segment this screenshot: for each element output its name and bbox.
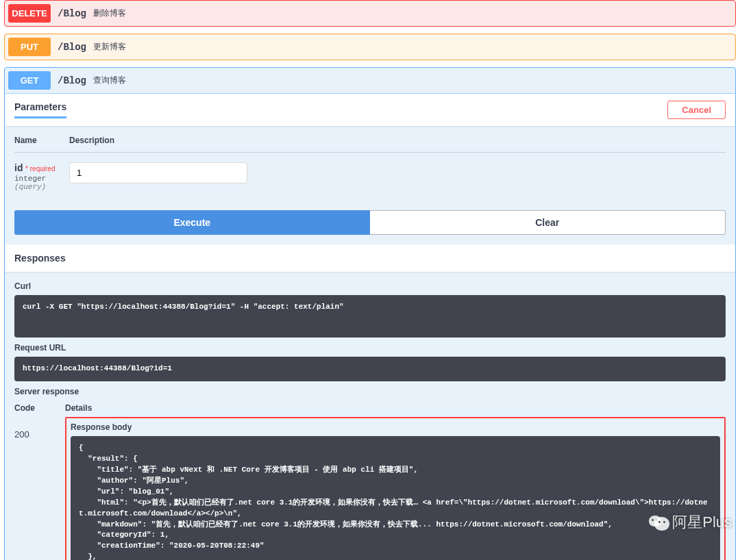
col-description: Description [69, 136, 114, 145]
desc-put: 更新博客 [93, 41, 126, 53]
responses-header: Responses [5, 244, 735, 272]
server-response-label: Server response [14, 387, 726, 396]
response-details: Response body { "result": { "title": "基于… [65, 417, 726, 560]
opblock-put[interactable]: PUT /Blog 更新博客 [4, 34, 736, 60]
request-url-label: Request URL [14, 343, 726, 353]
param-input-id[interactable] [69, 162, 247, 183]
parameters-table: Name Description id * required integer (… [5, 126, 735, 201]
clear-button[interactable]: Clear [370, 210, 726, 235]
param-required: * required [25, 165, 55, 173]
execute-row: Execute Clear [5, 201, 735, 244]
desc-get: 查询博客 [93, 75, 126, 86]
path-delete: /Blog [58, 8, 86, 19]
response-row-200: 200 Response body { "result": { "title":… [14, 417, 726, 560]
parameters-tab[interactable]: Parameters [14, 101, 66, 118]
method-badge-get: GET [8, 71, 51, 90]
param-row-id: id * required integer (query) [14, 162, 726, 191]
opblock-body: Parameters Cancel Name Description id * … [5, 93, 735, 560]
summary-put[interactable]: PUT /Blog 更新博客 [5, 34, 735, 60]
status-code: 200 [14, 417, 65, 440]
opblock-delete[interactable]: DELETE /Blog 删除博客 [4, 0, 736, 27]
summary-get[interactable]: GET /Blog 查询博客 [5, 68, 735, 93]
details-column: Details [65, 403, 92, 413]
code-column: Code [14, 403, 65, 413]
path-get: /Blog [58, 75, 86, 86]
responses-title: Responses [14, 253, 726, 264]
response-body[interactable]: { "result": { "title": "基于 abp vNext 和 .… [71, 436, 720, 560]
path-put: /Blog [58, 42, 86, 53]
method-badge-put: PUT [8, 38, 51, 56]
response-body-label: Response body [71, 422, 720, 432]
method-badge-delete: DELETE [8, 4, 51, 23]
desc-delete: 删除博客 [93, 8, 126, 19]
curl-label: Curl [14, 281, 726, 291]
summary-delete[interactable]: DELETE /Blog 删除博客 [5, 1, 735, 26]
opblock-get: GET /Blog 查询博客 Parameters Cancel Name De… [4, 67, 736, 560]
parameters-header: Parameters Cancel [5, 94, 735, 126]
responses-section: Responses Curl curl -X GET "https://loca… [5, 244, 735, 560]
param-type: integer [14, 175, 69, 183]
curl-block[interactable]: curl -X GET "https://localhost:44388/Blo… [14, 295, 726, 338]
param-in: (query) [14, 183, 69, 191]
col-name: Name [14, 136, 69, 145]
cancel-button[interactable]: Cancel [667, 101, 726, 119]
execute-button[interactable]: Execute [14, 210, 370, 235]
request-url-block[interactable]: https://localhost:44388/Blog?id=1 [14, 357, 726, 381]
param-name: id [14, 162, 23, 173]
